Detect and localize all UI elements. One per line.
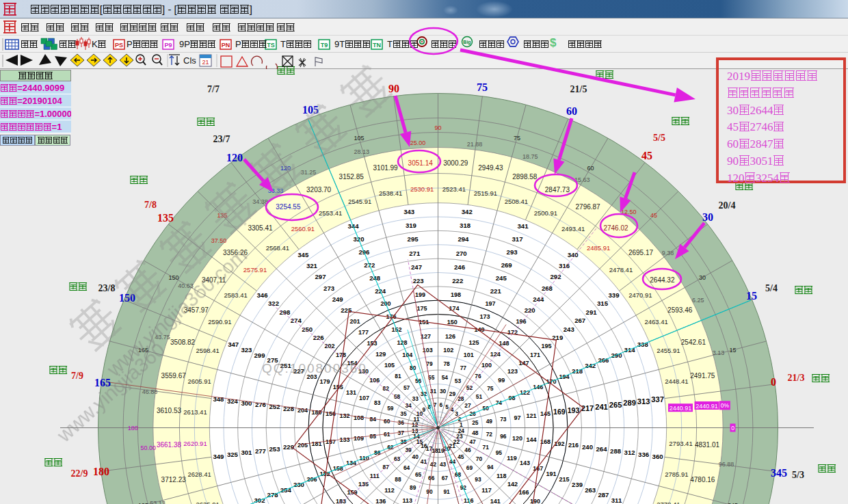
svg-text:www.yingjia360: www.yingjia360: [53, 339, 170, 447]
svg-text:www.yingjia360.com: www.yingjia360.com: [103, 244, 251, 381]
svg-text:QQ:100800360: QQ:100800360: [262, 361, 367, 375]
